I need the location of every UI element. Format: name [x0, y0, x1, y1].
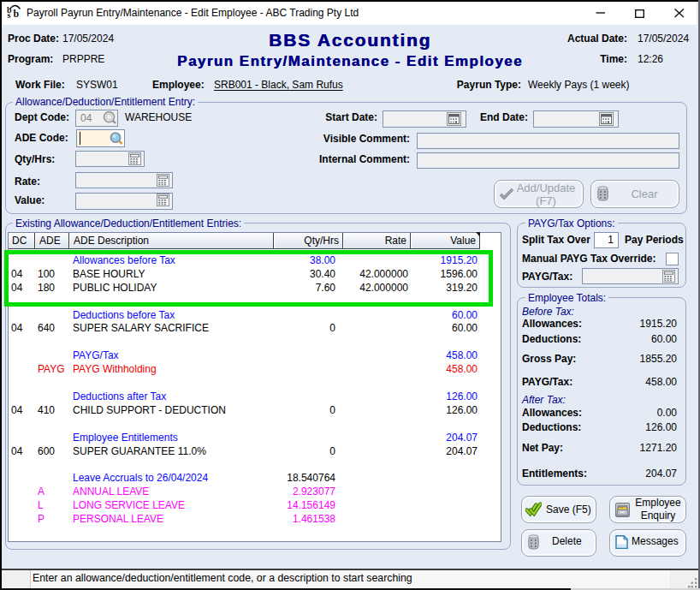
svg-text:b: b — [14, 8, 20, 18]
svg-text:s: s — [8, 10, 11, 18]
